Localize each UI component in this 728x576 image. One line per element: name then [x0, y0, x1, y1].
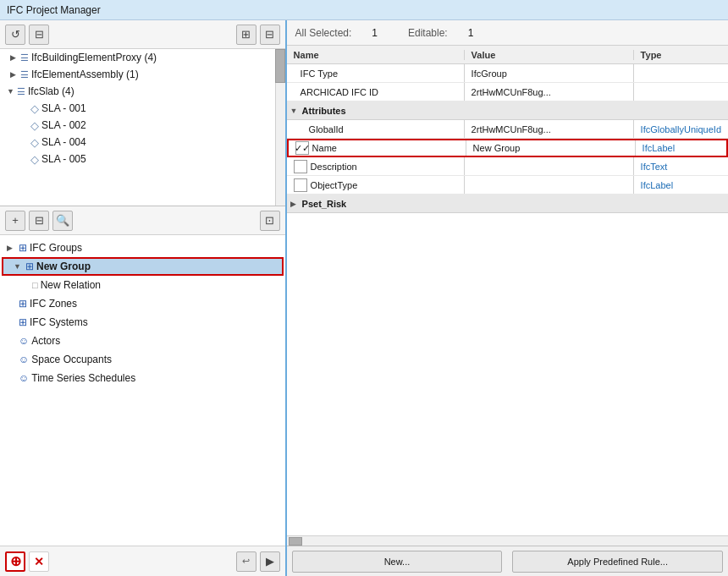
group-tree-item[interactable]: ▶ ⊞ IFC Groups [0, 239, 285, 257]
bottom-toolbar: ⊕ ✕ ↩ ▶ [0, 546, 285, 576]
groups-icon: ⊞ [19, 242, 27, 254]
prop-name: Description [287, 157, 465, 175]
tree-item-label: IfcSlab (4) [28, 85, 74, 97]
group-tree-label: IFC Systems [30, 316, 88, 328]
group-tree-item[interactable]: ▼ ⊞ New Group [2, 257, 284, 276]
tree-item-label: SLA - 002 [41, 119, 86, 131]
prop-name-text: GlobalId [309, 124, 344, 134]
section-arrow: ▼ [290, 107, 302, 115]
prop-type [634, 83, 728, 101]
scrollbar-thumb[interactable] [275, 49, 285, 83]
tree-item[interactable]: ◇ SLA - 001 [0, 100, 285, 117]
relation-icon: □ [32, 280, 38, 290]
section-label: Attributes [302, 106, 346, 116]
prop-name: ✓Name [289, 140, 466, 156]
expand-arrow[interactable]: ▼ [14, 262, 25, 271]
group-tree-label: IFC Groups [30, 242, 82, 254]
tree-expand-arrow[interactable]: ▶ [10, 70, 20, 79]
checkbox[interactable]: ✓ [295, 141, 309, 155]
right-scroll-area[interactable]: Name Value Type IFC Type IfcGroup ARCHIC… [287, 46, 728, 535]
tree-expand-arrow[interactable]: ▼ [7, 87, 17, 96]
group-tree-item[interactable]: ☺ Space Occupants [0, 350, 285, 369]
search-bottom-btn[interactable]: 🔍 [52, 211, 73, 231]
group-tree-item[interactable]: ⊞ IFC Zones [0, 294, 285, 313]
left-panel: ↺ ⊟ ⊞ ⊟ ▶ ☰ IfcBuildingElementProxy (4) … [0, 20, 287, 576]
prop-value: 2rtHwMCUnF8ug... [465, 120, 634, 138]
undo-btn[interactable]: ↩ [236, 551, 256, 572]
element-icon: ◇ [30, 119, 39, 132]
element-icon: ◇ [30, 136, 39, 149]
proxy-icon: ☰ [17, 86, 25, 97]
prop-row: GlobalId 2rtHwMCUnF8ug... IfcGloballyUni… [287, 120, 728, 139]
settings-btn[interactable]: ▶ [260, 551, 280, 572]
proxy-icon: ☰ [20, 52, 29, 63]
refresh-btn[interactable]: ↺ [5, 25, 25, 45]
group-tree-item[interactable]: □ New Relation [0, 276, 285, 294]
right-footer: New... Apply Predefined Rule... [287, 546, 728, 576]
tree-expand-arrow[interactable]: ▶ [10, 53, 20, 62]
hierarchy-btn[interactable]: ⊟ [29, 211, 49, 231]
checkbox[interactable] [294, 160, 307, 173]
prop-header-row: Name Value Type [287, 46, 728, 64]
prop-type: IfcLabel [634, 176, 728, 194]
scrollbar-track[interactable] [275, 49, 285, 206]
right-panel-scroll-h-thumb[interactable] [289, 537, 302, 546]
add-group-btn[interactable]: ⊕ [5, 551, 25, 572]
filter2-btn[interactable]: ⊡ [260, 211, 280, 231]
checkbox[interactable] [294, 178, 307, 192]
tree-item-label: IfcBuildingElementProxy (4) [31, 52, 157, 63]
prop-section-header[interactable]: ▼ Attributes [287, 101, 728, 120]
filter-btn[interactable]: ⊟ [29, 25, 49, 45]
tree-toolbar-bottom: + ⊟ 🔍 ⊡ [0, 206, 285, 235]
tree-item[interactable]: ◇ SLA - 004 [0, 134, 285, 151]
collapse-btn[interactable]: ⊟ [260, 25, 280, 45]
col-value-header: Value [465, 50, 634, 60]
col-type-header: Type [634, 50, 728, 60]
new-btn[interactable]: New... [292, 551, 503, 573]
prop-value: New Group [466, 140, 636, 156]
prop-type: IfcLabel [636, 140, 726, 156]
group-tree-item[interactable]: ⊞ IFC Systems [0, 313, 285, 332]
prop-type [634, 64, 728, 82]
tree-item[interactable]: ▼ ☰ IfcSlab (4) [0, 83, 285, 100]
group-tree-label: New Group [36, 261, 91, 272]
prop-row: ARCHICAD IFC ID 2rtHwMCUnF8ug... [287, 83, 728, 101]
group-tree-label: Space Occupants [31, 354, 112, 365]
all-selected-label: All Selected: [295, 27, 352, 39]
group-tree-label: New Relation [41, 279, 101, 291]
tree-item[interactable]: ◇ SLA - 002 [0, 117, 285, 134]
prop-row: IFC Type IfcGroup [287, 64, 728, 83]
add-icon: ⊕ [10, 553, 21, 569]
group-tree-item[interactable]: ☺ Actors [0, 332, 285, 350]
editable-label: Editable: [408, 27, 448, 39]
editable-value: 1 [468, 27, 474, 39]
prop-section-header[interactable]: ▶ Pset_Risk [287, 195, 728, 213]
tree-item[interactable]: ▶ ☰ IfcElementAssembly (1) [0, 66, 285, 83]
delete-btn[interactable]: ✕ [29, 551, 49, 572]
expand-arrow[interactable]: ▶ [7, 244, 19, 252]
prop-type: IfcGloballyUniqueId [634, 120, 728, 138]
prop-row: Description IfcText [287, 157, 728, 176]
tree-item-label: SLA - 005 [41, 153, 86, 165]
tree-item[interactable]: ◇ SLA - 005 [0, 151, 285, 167]
element-icon: ◇ [30, 153, 39, 166]
prop-value [465, 176, 634, 194]
tree-scroll-area[interactable]: ▶ ☰ IfcBuildingElementProxy (4) ▶ ☰ IfcE… [0, 49, 285, 206]
title-bar: IFC Project Manager [0, 0, 728, 20]
group-icon: ⊞ [25, 261, 34, 272]
prop-name-text: Description [311, 162, 357, 172]
tree-top: ↺ ⊟ ⊞ ⊟ ▶ ☰ IfcBuildingElementProxy (4) … [0, 20, 285, 206]
add-btn[interactable]: + [5, 211, 25, 231]
group-tree-item[interactable]: ☺ Time Series Schedules [0, 369, 285, 387]
right-panel-scroll-h[interactable] [287, 535, 728, 546]
expand-btn[interactable]: ⊞ [236, 25, 256, 45]
timeseries-icon: ☺ [19, 372, 29, 384]
tree-item[interactable]: ▶ ☰ IfcBuildingElementProxy (4) [0, 49, 285, 66]
actors-icon: ☺ [19, 335, 29, 347]
col-name-header: Name [287, 50, 465, 60]
tree-bottom-scroll[interactable]: ▶ ⊞ IFC Groups ▼ ⊞ New Group □ New Relat… [0, 235, 285, 546]
apply-predefined-btn[interactable]: Apply Predefined Rule... [512, 551, 723, 573]
tree-item-label: SLA - 001 [41, 102, 86, 114]
main-container: ↺ ⊟ ⊞ ⊟ ▶ ☰ IfcBuildingElementProxy (4) … [0, 20, 728, 576]
prop-name-text: ObjectType [311, 180, 358, 190]
